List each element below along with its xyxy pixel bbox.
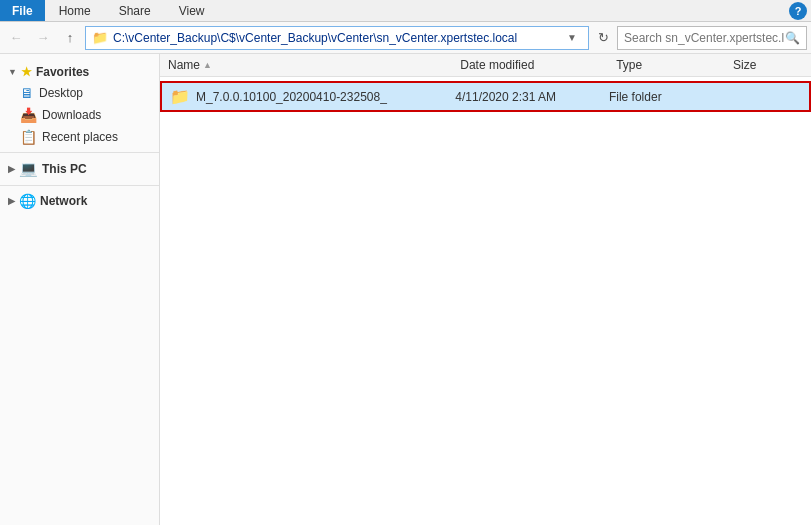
table-row[interactable]: 📁 M_7.0.0.10100_20200410-232508_ 4/11/20…: [160, 81, 811, 112]
sidebar: ▼ ★ Favorites 🖥 Desktop 📥 Downloads 📋 Re…: [0, 54, 160, 525]
up-button[interactable]: ↑: [58, 27, 82, 49]
col-sort-icon: ▲: [203, 60, 212, 70]
sidebar-item-recent-label: Recent places: [42, 130, 118, 144]
favorites-section: ▼ ★ Favorites 🖥 Desktop 📥 Downloads 📋 Re…: [0, 62, 159, 148]
network-caret: ▶: [8, 196, 15, 206]
col-header-type[interactable]: Type: [616, 58, 733, 72]
thispc-header[interactable]: ▶ 💻 This PC: [0, 157, 159, 181]
tab-home[interactable]: Home: [45, 0, 105, 21]
tab-view[interactable]: View: [165, 0, 219, 21]
sidebar-divider-2: [0, 185, 159, 186]
network-header[interactable]: ▶ 🌐 Network: [0, 190, 159, 212]
thispc-caret: ▶: [8, 164, 15, 174]
favorites-header[interactable]: ▼ ★ Favorites: [0, 62, 159, 82]
file-date: 4/11/2020 2:31 AM: [455, 90, 609, 104]
address-folder-icon: 📁: [92, 30, 108, 45]
file-name: M_7.0.0.10100_20200410-232508_: [196, 90, 455, 104]
help-button[interactable]: ?: [789, 2, 807, 20]
tab-file[interactable]: File: [0, 0, 45, 21]
network-icon: 🌐: [19, 193, 36, 209]
recent-places-icon: 📋: [20, 129, 37, 145]
sidebar-divider-1: [0, 152, 159, 153]
sidebar-item-desktop[interactable]: 🖥 Desktop: [0, 82, 159, 104]
desktop-icon: 🖥: [20, 85, 34, 101]
column-headers: Name ▲ Date modified Type Size: [160, 54, 811, 77]
col-header-name[interactable]: Name ▲: [168, 58, 460, 72]
address-dropdown-icon[interactable]: ▼: [562, 32, 582, 43]
thispc-label: This PC: [42, 162, 87, 176]
search-icon: 🔍: [785, 31, 800, 45]
address-text: C:\vCenter_Backup\C$\vCenter_Backup\vCen…: [113, 31, 562, 45]
address-bar[interactable]: 📁 C:\vCenter_Backup\C$\vCenter_Backup\vC…: [85, 26, 589, 50]
thispc-icon: 💻: [19, 160, 38, 178]
main-area: ▼ ★ Favorites 🖥 Desktop 📥 Downloads 📋 Re…: [0, 54, 811, 525]
favorites-label: Favorites: [36, 65, 89, 79]
forward-button[interactable]: →: [31, 27, 55, 49]
sidebar-item-downloads[interactable]: 📥 Downloads: [0, 104, 159, 126]
network-section: ▶ 🌐 Network: [0, 190, 159, 212]
col-type-label: Type: [616, 58, 642, 72]
downloads-icon: 📥: [20, 107, 37, 123]
col-header-size[interactable]: Size: [733, 58, 811, 72]
favorites-caret: ▼: [8, 67, 17, 77]
file-list: 📁 M_7.0.0.10100_20200410-232508_ 4/11/20…: [160, 77, 811, 116]
nav-bar: ← → ↑ 📁 C:\vCenter_Backup\C$\vCenter_Bac…: [0, 22, 811, 54]
col-header-date[interactable]: Date modified: [460, 58, 616, 72]
col-size-label: Size: [733, 58, 756, 72]
content-area: Name ▲ Date modified Type Size 📁 M_7.0.0…: [160, 54, 811, 525]
file-type: File folder: [609, 90, 724, 104]
col-name-label: Name: [168, 58, 200, 72]
favorites-star-icon: ★: [21, 65, 32, 79]
sidebar-item-recent-places[interactable]: 📋 Recent places: [0, 126, 159, 148]
search-input[interactable]: [624, 31, 785, 45]
thispc-section: ▶ 💻 This PC: [0, 157, 159, 181]
folder-icon: 📁: [170, 87, 190, 106]
refresh-button[interactable]: ↻: [592, 27, 614, 49]
sidebar-item-downloads-label: Downloads: [42, 108, 101, 122]
network-label: Network: [40, 194, 87, 208]
sidebar-item-desktop-label: Desktop: [39, 86, 83, 100]
tab-share[interactable]: Share: [105, 0, 165, 21]
ribbon-tabs: File Home Share View ?: [0, 0, 811, 22]
ribbon-right: ?: [789, 0, 811, 21]
search-box[interactable]: 🔍: [617, 26, 807, 50]
back-button[interactable]: ←: [4, 27, 28, 49]
col-date-label: Date modified: [460, 58, 534, 72]
